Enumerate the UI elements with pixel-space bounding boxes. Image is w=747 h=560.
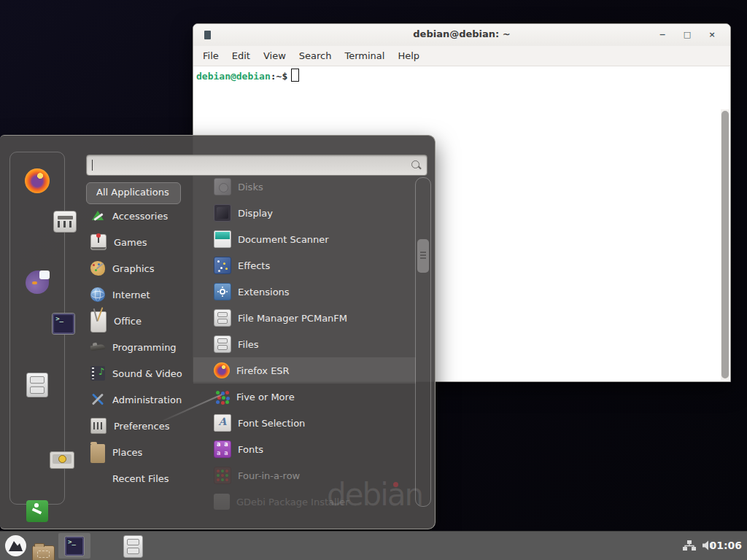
firefox-icon xyxy=(214,362,230,378)
spacer xyxy=(90,471,105,486)
menu-scrollbar-thumb[interactable] xyxy=(417,239,429,273)
category-internet[interactable]: Internet xyxy=(86,281,193,308)
administration-icon xyxy=(90,392,105,407)
category-sound-video[interactable]: Sound & Video xyxy=(86,360,193,386)
effects-icon xyxy=(214,257,231,274)
app-label: Four-in-a-row xyxy=(238,470,300,481)
app-firefox-esr[interactable]: Firefox ESR xyxy=(193,357,416,384)
app-label: Five or More xyxy=(236,392,295,402)
menu-search[interactable]: Search xyxy=(293,48,338,63)
category-graphics[interactable]: Graphics xyxy=(86,255,193,281)
menu-button-icon xyxy=(4,534,27,557)
app-extensions[interactable]: Extensions xyxy=(193,279,416,305)
log-out-icon[interactable] xyxy=(26,500,48,522)
app-label: Files xyxy=(238,339,259,350)
all-applications-label: All Applications xyxy=(96,187,169,198)
app-label: File Manager PCManFM xyxy=(238,313,347,324)
app-display[interactable]: Display xyxy=(193,200,416,226)
file-cabinet-icon[interactable] xyxy=(123,535,143,558)
disks-icon xyxy=(214,178,231,195)
file-cabinet-icon[interactable] xyxy=(26,373,48,397)
minimize-button[interactable]: − xyxy=(654,27,670,43)
menu-terminal[interactable]: Terminal xyxy=(338,48,391,63)
app-file-manager-pcmanfm[interactable]: File Manager PCManFM xyxy=(193,305,416,331)
category-games[interactable]: Games xyxy=(86,229,193,255)
preferences-icon xyxy=(90,418,107,434)
app-fonts[interactable]: Fonts xyxy=(193,436,416,462)
graphics-icon xyxy=(90,261,105,276)
font-selection-icon xyxy=(214,414,231,432)
app-label: Effects xyxy=(238,260,270,271)
app-disks[interactable]: Disks xyxy=(193,174,416,200)
all-applications-button[interactable]: All Applications xyxy=(86,182,181,204)
category-label: Office xyxy=(114,316,142,327)
menu-button[interactable] xyxy=(4,534,27,557)
terminal-icon[interactable] xyxy=(53,314,74,334)
file-cabinet-icon xyxy=(214,309,231,327)
network-icon[interactable] xyxy=(683,540,696,554)
category-office[interactable]: Office xyxy=(86,308,193,334)
terminal-menubar: File Edit View Search Terminal Help xyxy=(193,46,730,66)
category-label: Games xyxy=(114,237,147,248)
file-manager-folder-icon[interactable] xyxy=(32,545,55,560)
document-scanner-icon xyxy=(214,230,231,248)
favorites-panel xyxy=(9,152,65,505)
terminal-scrollbar-thumb[interactable] xyxy=(721,111,729,378)
accessories-icon xyxy=(90,209,105,223)
desktop: debian@debian: ~ − □ × File Edit View Se… xyxy=(0,0,747,560)
category-label: Preferences xyxy=(114,421,169,432)
category-programming[interactable]: Programming xyxy=(86,334,193,360)
category-recent-files[interactable]: Recent Files xyxy=(86,465,193,491)
application-list: Disks Display Document Scanner Effects E… xyxy=(193,174,416,515)
app-label: Disks xyxy=(238,182,263,192)
firefox-icon[interactable] xyxy=(25,168,50,193)
category-places[interactable]: Places xyxy=(86,439,193,465)
programming-icon xyxy=(90,340,105,354)
extensions-icon xyxy=(214,283,231,300)
file-cabinet-icon xyxy=(214,335,231,353)
app-font-selection[interactable]: Font Selection xyxy=(193,410,416,436)
search-input[interactable] xyxy=(91,158,408,171)
category-label: Places xyxy=(112,447,142,458)
app-document-scanner[interactable]: Document Scanner xyxy=(193,226,416,252)
category-label: Sound & Video xyxy=(112,368,182,379)
app-label: Display xyxy=(238,208,273,219)
maximize-button[interactable]: □ xyxy=(679,27,695,43)
app-files[interactable]: Files xyxy=(193,331,416,357)
four-in-a-row-icon xyxy=(214,467,231,484)
lock-screen-icon[interactable] xyxy=(50,451,74,469)
category-label: Administration xyxy=(112,394,182,405)
menu-view[interactable]: View xyxy=(257,48,293,63)
app-effects[interactable]: Effects xyxy=(193,252,416,279)
text-caret xyxy=(92,160,93,171)
category-label: Programming xyxy=(112,342,177,353)
clock[interactable]: 01:06 xyxy=(709,540,742,551)
menu-scrollbar[interactable] xyxy=(415,177,431,507)
menu-edit[interactable]: Edit xyxy=(225,48,257,63)
terminal-cursor xyxy=(291,69,299,82)
app-label: Fonts xyxy=(238,444,263,455)
debian-swirl-dot xyxy=(393,482,398,487)
app-label: Font Selection xyxy=(238,418,305,429)
office-icon xyxy=(90,311,107,332)
app-label: Firefox ESR xyxy=(236,365,290,376)
prompt-line: debian@debian:~$ xyxy=(196,69,299,82)
display-icon xyxy=(214,204,231,222)
terminal-titlebar[interactable]: debian@debian: ~ − □ × xyxy=(193,24,730,47)
category-administration[interactable]: Administration xyxy=(86,386,193,413)
gdebi-icon xyxy=(214,494,230,510)
places-icon xyxy=(90,444,105,462)
app-label: Document Scanner xyxy=(238,234,329,245)
control-center-icon[interactable] xyxy=(53,211,77,233)
app-five-or-more[interactable]: Five or More xyxy=(193,384,416,410)
internet-icon xyxy=(90,287,105,302)
category-accessories[interactable]: Accessories xyxy=(86,203,193,229)
pidgin-icon[interactable] xyxy=(26,271,49,294)
terminal-scrollbar[interactable] xyxy=(721,109,729,380)
menu-file[interactable]: File xyxy=(196,48,225,63)
terminal-task-button[interactable] xyxy=(58,533,90,559)
close-button[interactable]: × xyxy=(704,27,720,43)
menu-help[interactable]: Help xyxy=(391,48,426,63)
category-preferences[interactable]: Preferences xyxy=(86,413,193,439)
taskbar: 01:06 xyxy=(0,531,747,560)
